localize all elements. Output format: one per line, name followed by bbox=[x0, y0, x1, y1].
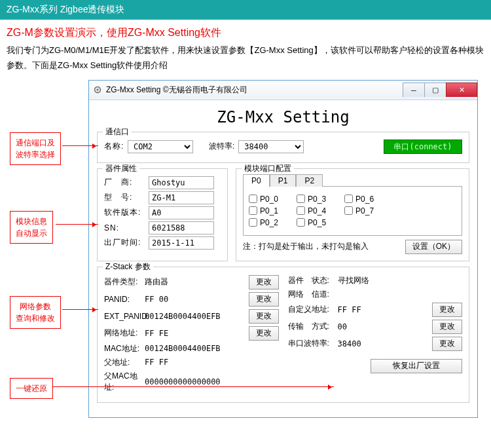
tab-p1[interactable]: P1 bbox=[270, 174, 297, 187]
attr-group: 器件属性 厂 商: 型 号: 软件版本: SN: 出厂时间: bbox=[97, 168, 228, 261]
chg-sb[interactable]: 更改 bbox=[432, 337, 462, 351]
comm-group: 通信口 名称: COM2 波特率: 38400 串口(connect) bbox=[97, 132, 469, 163]
subtitle: ZG-M参数设置演示，使用ZG-Mxx Setting软件 bbox=[0, 20, 491, 43]
chg-type[interactable]: 更改 bbox=[249, 275, 279, 289]
window-title: ZG-Mxx Setting ©无锡谷雨电子有限公司 bbox=[106, 84, 247, 96]
chg-tx[interactable]: 更改 bbox=[432, 320, 462, 334]
annotation-comm: 通信端口及波特率选择 bbox=[10, 132, 61, 165]
close-button[interactable]: ✕ bbox=[446, 83, 477, 97]
svg-point-1 bbox=[96, 89, 99, 92]
annotation-net: 网络参数查询和修改 bbox=[10, 296, 61, 329]
tab-p0[interactable]: P0 bbox=[243, 174, 270, 187]
connect-button[interactable]: 串口(connect) bbox=[384, 140, 462, 154]
app-title: ZG-Mxx Setting bbox=[97, 108, 469, 126]
annotation-info: 模块信息自动显示 bbox=[10, 211, 53, 244]
tab-p2[interactable]: P2 bbox=[296, 174, 323, 187]
minimize-button[interactable]: ─ bbox=[403, 83, 425, 97]
chk-p00[interactable]: P0_0 bbox=[249, 195, 278, 204]
page-header: ZG-Mxx系列 Zigbee透传模块 bbox=[0, 0, 491, 20]
description: 我们专门为ZG-M0/M1/M1E开发了配套软件，用来快速设置参数【ZG-Mxx… bbox=[0, 43, 491, 80]
date-field bbox=[149, 236, 214, 250]
titlebar: ZG-Mxx Setting ©无锡谷雨电子有限公司 ─ ▢ ✕ bbox=[89, 81, 477, 100]
version-field bbox=[149, 206, 214, 219]
chk-p05[interactable]: P0_5 bbox=[297, 218, 326, 227]
chk-p04[interactable]: P0_4 bbox=[297, 206, 326, 215]
chg-cust[interactable]: 更改 bbox=[432, 303, 462, 317]
chk-p06[interactable]: P0_6 bbox=[344, 195, 374, 204]
sn-field bbox=[149, 221, 214, 234]
chk-p03[interactable]: P0_3 bbox=[297, 195, 326, 204]
chg-panid[interactable]: 更改 bbox=[249, 292, 279, 307]
chk-p07[interactable]: P0_7 bbox=[344, 206, 374, 215]
maximize-button[interactable]: ▢ bbox=[424, 83, 446, 97]
zstack-group: Z-Stack 参数 器件类型:路由器更改 PANID:FF 00更改 EXT_… bbox=[97, 267, 469, 403]
chg-ext[interactable]: 更改 bbox=[249, 309, 279, 324]
chg-net[interactable]: 更改 bbox=[249, 326, 279, 341]
annotation-reset: 一键还原 bbox=[10, 378, 53, 399]
chk-p01[interactable]: P0_1 bbox=[249, 206, 278, 215]
baud-select[interactable]: 38400 bbox=[238, 140, 304, 153]
port-group: 模块端口配置 P0 P1 P2 P0_0 P0_3 P0_6 P0_1 bbox=[236, 168, 469, 261]
factory-reset-button[interactable]: 恢复出厂设置 bbox=[371, 359, 462, 373]
port-ok-button[interactable]: 设置（OK） bbox=[405, 240, 462, 254]
app-window: ZG-Mxx Setting ©无锡谷雨电子有限公司 ─ ▢ ✕ ZG-Mxx … bbox=[88, 80, 478, 418]
gear-icon bbox=[93, 85, 102, 94]
model-field bbox=[149, 191, 214, 204]
vendor-field bbox=[149, 176, 214, 189]
chk-p02[interactable]: P0_2 bbox=[249, 218, 278, 227]
com-select[interactable]: COM2 bbox=[128, 140, 193, 153]
